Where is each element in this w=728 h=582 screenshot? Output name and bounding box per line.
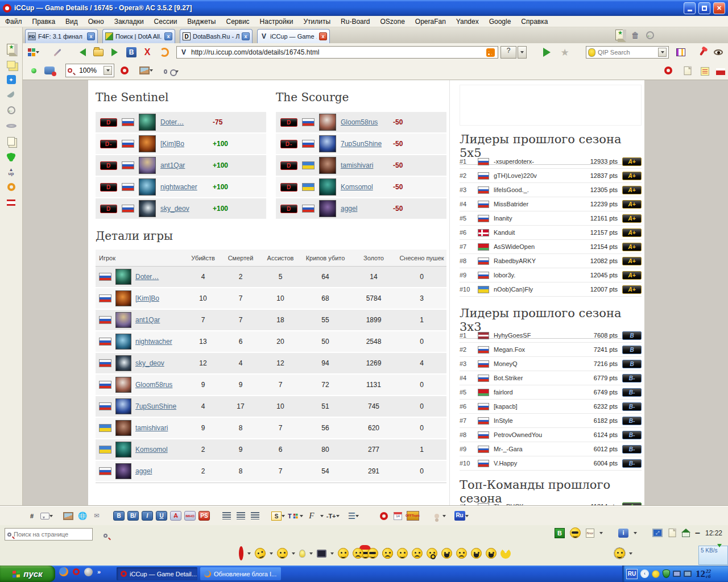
qip-search-box[interactable] [586, 46, 669, 59]
minimize-panel-button[interactable]: – [695, 528, 700, 538]
url-dropdown-button[interactable] [518, 46, 527, 59]
insert-image-button[interactable] [63, 510, 74, 522]
zoom-control[interactable]: 100% [65, 64, 114, 77]
grey-sphere-icon[interactable] [84, 568, 93, 576]
menu-view[interactable]: Вид [60, 16, 83, 27]
cool-smiley-icon[interactable] [570, 527, 581, 538]
strike-button[interactable]: A [170, 511, 181, 521]
tab-f4f[interactable]: PD F4F: 3.1 финал ... x [25, 29, 98, 43]
bee-smiley-button[interactable] [253, 546, 267, 560]
crown-smiley-button[interactable] [338, 548, 349, 559]
find-input[interactable] [14, 531, 81, 538]
leader-name[interactable]: Bot.Striker [494, 375, 589, 381]
quick-launch-expand[interactable]: » [97, 568, 101, 575]
board-button[interactable]: B [124, 45, 139, 60]
hide-icons-chevron[interactable]: ‹ [640, 569, 649, 578]
sad-smiley-button[interactable] [353, 548, 363, 559]
leader-name[interactable]: Megan.Fox [494, 346, 589, 353]
leader-name[interactable]: -xsuperdoterx- [494, 158, 586, 165]
tab-close-icon[interactable]: x [164, 32, 172, 40]
language-indicator[interactable]: RU [626, 569, 638, 579]
url-text[interactable]: http://ru.iccup.com/dota/details/16745.h… [191, 48, 483, 56]
player-link[interactable]: Gloom58rus [341, 118, 378, 126]
player-link[interactable]: Gloom58rus [135, 381, 172, 389]
taskbar-task-blog[interactable]: Обновление блога I... [200, 567, 281, 580]
align-right-button[interactable] [249, 510, 260, 522]
player-link[interactable]: [Kim]Bo [160, 140, 184, 148]
qip-dropdown-button[interactable] [658, 48, 667, 57]
leader-name[interactable]: lifeIsGood._. [494, 186, 586, 193]
leader-name[interactable]: MoneyQ [494, 360, 589, 367]
menu-edit[interactable]: Правка [27, 16, 61, 27]
start-button[interactable]: пуск [0, 566, 55, 582]
leader-name[interactable]: Mr-_-Gara [494, 446, 589, 452]
pacman-smiley-button[interactable] [500, 548, 511, 559]
leader-name[interactable]: fairlord [494, 389, 589, 396]
tab-dotabash[interactable]: D DotaBash.Ru - Л... x [180, 29, 253, 43]
leader-name[interactable]: PetrovOwnedYou [494, 431, 589, 438]
leader-name[interactable]: lobor3y. [494, 272, 586, 278]
player-link[interactable]: nightwacher [160, 183, 197, 191]
menu-utilities[interactable]: Утилиты [298, 16, 336, 27]
smiley-picker-button[interactable] [614, 548, 625, 559]
underline-button[interactable]: U [156, 511, 167, 521]
minimize-button[interactable] [684, 2, 696, 14]
history-icon[interactable] [646, 31, 654, 39]
ps-button[interactable]: PS [198, 511, 210, 521]
settings-panel-button[interactable] [5, 181, 18, 193]
note-edit-button[interactable] [680, 63, 695, 78]
player-link[interactable]: 7upSunShine [135, 402, 176, 410]
laugh-smiley-button[interactable] [486, 548, 497, 559]
player-link[interactable]: [Kim]Bo [135, 294, 159, 302]
taskbar-task-iccup[interactable]: iCCup — Game Detail... [117, 567, 197, 580]
menu-tools[interactable]: Сервис [221, 16, 255, 27]
opera-smiley-button[interactable] [239, 548, 243, 559]
find-button[interactable] [98, 528, 113, 543]
help-button[interactable]: ? [500, 46, 516, 59]
opera-link-button[interactable] [661, 63, 676, 78]
trash-icon[interactable]: 🗑 [631, 31, 639, 40]
confused-smiley-button[interactable] [412, 548, 423, 559]
player-link[interactable]: aggel [341, 205, 357, 213]
spoiler-button[interactable]: S [271, 510, 285, 522]
flag-panel-button[interactable] [5, 197, 18, 208]
tab-dota-search[interactable]: Поиск | DotA All... x [102, 29, 175, 43]
user-menu-button[interactable] [435, 510, 446, 522]
images-button[interactable] [139, 63, 154, 78]
leader-name[interactable]: HyhyGoesSF [494, 332, 589, 339]
player-link[interactable]: ant1Qar [135, 316, 160, 324]
imho-button[interactable]: IMHO [184, 511, 196, 521]
leader-name[interactable]: Kanduit [494, 229, 586, 236]
links-panel-button[interactable] [5, 89, 18, 101]
privacy-button[interactable] [711, 45, 726, 60]
menu-oszone[interactable]: OSzone [375, 16, 410, 27]
grin-smiley-button[interactable] [471, 548, 482, 559]
italic-button[interactable]: I [142, 511, 153, 521]
offtopic-button[interactable]: OFFTopic [407, 511, 419, 521]
player-link[interactable]: tamishivari [341, 161, 373, 169]
rss-icon[interactable] [486, 48, 495, 57]
leader-name[interactable]: gTH)Love)220v [494, 172, 586, 179]
forward-button[interactable] [107, 45, 122, 60]
widgets-panel-button[interactable]: ✦ [5, 74, 18, 85]
zoom-dropdown-button[interactable] [104, 66, 112, 75]
compose-button[interactable] [50, 45, 65, 60]
qip-tray-icon[interactable] [652, 570, 660, 578]
menu-bookmarks[interactable]: Закладки [109, 16, 149, 27]
fullscreen-button[interactable]: ⤢ [652, 529, 663, 537]
stop-button[interactable]: X [140, 45, 155, 60]
player-link[interactable]: tamishivari [135, 424, 168, 432]
player-link[interactable]: Doter… [135, 273, 159, 281]
tab-close-icon[interactable]: x [319, 32, 327, 40]
leader-name[interactable]: AsSWideOpen [494, 243, 586, 250]
menu-ruboard[interactable]: Ru-Board [336, 16, 375, 27]
surprised-smiley-button[interactable] [427, 548, 437, 559]
menu-operafan[interactable]: OperaFan [410, 16, 451, 27]
player-link[interactable]: ant1Qar [160, 161, 185, 169]
leader-name[interactable]: V.Happy [494, 460, 589, 467]
player-link[interactable]: sky_deov [135, 359, 164, 367]
menu-widgets[interactable]: Виджеты [182, 16, 221, 27]
panel-toggle-button[interactable] [713, 64, 728, 79]
back-button[interactable] [75, 45, 90, 60]
smile-smiley-button[interactable] [397, 548, 408, 559]
